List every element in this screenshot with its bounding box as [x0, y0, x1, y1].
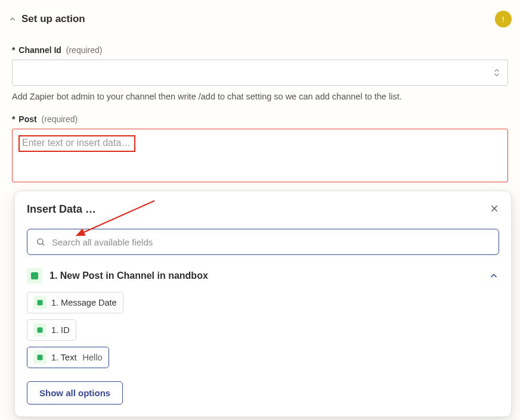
field-post: * Post (required) Enter text or insert d… [12, 114, 508, 182]
show-all-options-button[interactable]: Show all options [27, 381, 123, 405]
search-field-wrap[interactable] [27, 229, 499, 255]
field-pill-text[interactable]: 1. Text Hello [27, 347, 109, 368]
svg-rect-6 [31, 272, 38, 279]
chevron-up-icon [488, 270, 499, 281]
chevron-up-icon [8, 15, 17, 23]
field-pill-id[interactable]: 1. ID [27, 319, 76, 341]
search-input[interactable] [52, 237, 490, 247]
insert-data-title: Insert Data … [27, 203, 96, 216]
post-input[interactable]: Enter text or insert data… [12, 129, 508, 182]
required-asterisk: * [12, 114, 15, 124]
field-helper-text: Add Zapier bot admin to your channel the… [12, 92, 508, 101]
svg-rect-9 [38, 355, 43, 360]
pill-label: 1. Text [51, 353, 76, 362]
data-source-header[interactable]: 1. New Post in Channel in nandbox [27, 268, 499, 284]
pill-value: Hello [82, 353, 102, 362]
field-channel-id: * Channel Id (required) Add Zapier bot a… [12, 45, 508, 101]
svg-rect-7 [38, 300, 43, 306]
close-button[interactable] [490, 204, 499, 215]
exclamation-icon [499, 15, 507, 23]
field-label-row: * Post (required) [12, 114, 508, 124]
required-asterisk: * [12, 45, 15, 55]
field-pill-message-date[interactable]: 1. Message Date [27, 292, 123, 313]
post-placeholder: Enter text or insert data… [22, 138, 131, 148]
svg-point-0 [503, 21, 504, 22]
svg-line-5 [42, 243, 44, 245]
field-required-text: (required) [66, 45, 103, 55]
field-label: Channel Id [18, 45, 61, 55]
insert-data-panel: Insert Data … 1. New Post in Channel in … [14, 191, 512, 417]
data-source-title: 1. New Post in Channel in nandbox [49, 270, 208, 281]
field-label-row: * Channel Id (required) [12, 45, 508, 55]
field-required-text: (required) [42, 114, 78, 124]
pill-label: 1. ID [51, 325, 70, 335]
post-input-highlight: Enter text or insert data… [18, 135, 135, 152]
section-title: Set up action [21, 13, 85, 25]
section-header-left[interactable]: Set up action [8, 13, 85, 25]
close-icon [490, 204, 499, 213]
nandbox-icon [33, 323, 47, 337]
field-label: Post [18, 114, 36, 124]
nandbox-icon [33, 296, 47, 309]
search-icon [36, 237, 46, 247]
svg-rect-8 [38, 328, 43, 333]
section-header: Set up action [8, 11, 512, 27]
nandbox-icon [27, 268, 42, 284]
nandbox-icon [33, 351, 47, 364]
warning-badge [495, 11, 512, 27]
select-caret-icon [492, 68, 502, 77]
svg-point-4 [38, 238, 43, 244]
insert-data-header: Insert Data … [27, 203, 499, 216]
channel-id-select[interactable] [12, 60, 508, 86]
svg-rect-1 [503, 17, 504, 20]
pill-label: 1. Message Date [51, 298, 117, 307]
